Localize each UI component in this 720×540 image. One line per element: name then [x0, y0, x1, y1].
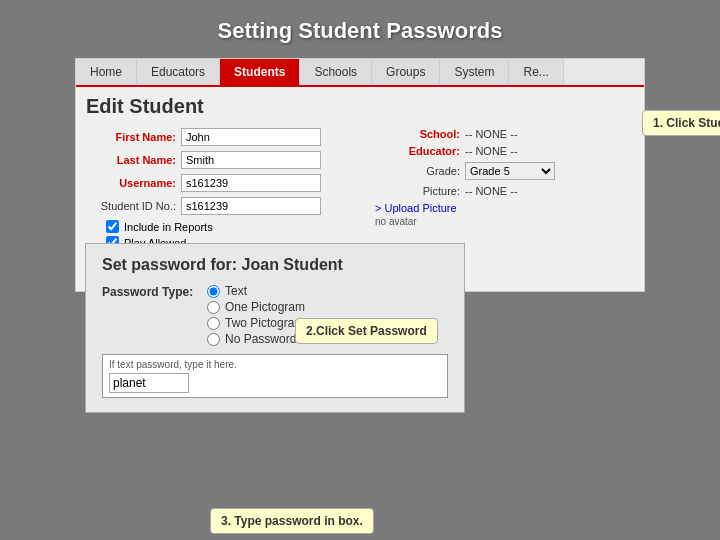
picture-label: Picture: [370, 185, 460, 197]
educator-value: -- NONE -- [465, 145, 518, 157]
school-value: -- NONE -- [465, 128, 518, 140]
edit-student-title: Edit Student [86, 95, 634, 118]
password-input-area: If text password, type it here. [102, 354, 448, 398]
password-type-label: Password Type: [102, 285, 207, 299]
callout2: 2.Click Set Password [295, 318, 438, 344]
password-text-input[interactable] [109, 373, 189, 393]
nav-tab-groups[interactable]: Groups [372, 59, 440, 85]
page-title: Setting Student Passwords [218, 18, 503, 44]
grade-label: Grade: [370, 165, 460, 177]
username-label: Username: [86, 177, 176, 189]
set-password-title: Set password for: Joan Student [102, 256, 448, 274]
callout1-wrapper: 1. Click Students [642, 118, 650, 128]
callout3-wrapper: 3. Type password in box. [210, 516, 222, 526]
nav-tab-students[interactable]: Students [220, 59, 300, 85]
first-name-input[interactable] [181, 128, 321, 146]
grade-select[interactable]: Grade 5 [465, 162, 555, 180]
pw-option-one-pictogram[interactable]: One Pictogram [207, 300, 310, 314]
last-name-label: Last Name: [86, 154, 176, 166]
include-reports-checkbox[interactable] [106, 220, 119, 233]
nav-tab-system[interactable]: System [440, 59, 509, 85]
nav-tab-home[interactable]: Home [76, 59, 137, 85]
username-input[interactable] [181, 174, 321, 192]
student-id-label: Student ID No.: [86, 200, 176, 212]
callout2-wrapper: 2.Click Set Password [295, 326, 307, 336]
nav-bar: Home Educators Students Schools Groups S… [76, 59, 644, 87]
no-avatar-text: no avatar [375, 216, 634, 227]
last-name-input[interactable] [181, 151, 321, 169]
password-input-label: If text password, type it here. [109, 359, 441, 370]
nav-tab-educators[interactable]: Educators [137, 59, 220, 85]
first-name-label: First Name: [86, 131, 176, 143]
include-reports-label: Include in Reports [124, 221, 213, 233]
upload-picture-link[interactable]: > Upload Picture [375, 202, 634, 214]
pw-option-text[interactable]: Text [207, 284, 310, 298]
callout1: 1. Click Students [642, 110, 720, 136]
educator-label: Educator: [370, 145, 460, 157]
picture-value: -- NONE -- [465, 185, 518, 197]
callout3: 3. Type password in box. [210, 508, 374, 534]
student-id-input[interactable] [181, 197, 321, 215]
nav-tab-schools[interactable]: Schools [300, 59, 372, 85]
school-label: School: [370, 128, 460, 140]
nav-tab-re[interactable]: Re... [509, 59, 563, 85]
